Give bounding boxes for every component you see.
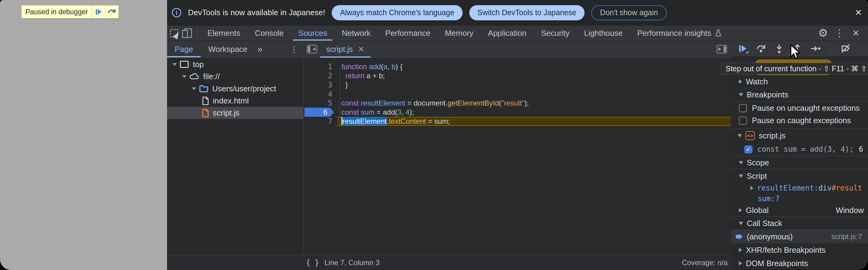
- tabbar-right-controls: ⚙ ⋮ ✕: [816, 26, 868, 41]
- tab-lighthouse[interactable]: Lighthouse: [577, 26, 630, 41]
- resume-script-execution-button[interactable]: [737, 43, 748, 54]
- tab-console[interactable]: Console: [247, 26, 291, 41]
- toolbar-separator: [830, 44, 831, 53]
- line-number-7[interactable]: 7: [304, 117, 337, 126]
- tab-label: Console: [255, 29, 283, 38]
- hide-navigator-icon[interactable]: [307, 45, 317, 53]
- breakpoint-group-label: script.js: [759, 131, 785, 141]
- chevron-down-icon: [739, 161, 743, 164]
- scope-script-group[interactable]: Script: [731, 169, 868, 183]
- more-tabs-icon[interactable]: »: [255, 41, 265, 57]
- var-name: resultElement: [757, 184, 814, 192]
- tab-label: Elements: [207, 29, 240, 38]
- tree-item-index-html[interactable]: index.html: [167, 95, 303, 107]
- tree-item-users-user-project[interactable]: Users/user/project: [167, 83, 303, 95]
- section-xhr-breakpoints[interactable]: XHR/fetch Breakpoints: [731, 243, 868, 257]
- disclosure-triangle-icon[interactable]: [182, 75, 186, 78]
- infobar-close-icon[interactable]: ✕: [855, 7, 862, 18]
- resume-script-button[interactable]: [92, 5, 105, 18]
- code-token: "result": [501, 99, 525, 107]
- debugger-sidebar: Watch Breakpoints Pause on uncaught exce…: [731, 41, 868, 270]
- more-options-kebab-icon[interactable]: ⋮: [833, 27, 846, 39]
- pretty-print-icon[interactable]: { }: [306, 259, 319, 267]
- section-dom-breakpoints[interactable]: DOM Breakpoints: [731, 257, 868, 270]
- tab-sources[interactable]: Sources: [291, 26, 334, 41]
- always-match-language-button[interactable]: Always match Chrome's language: [332, 5, 462, 20]
- info-icon: i: [172, 8, 181, 17]
- scope-var-sum: sum: 7: [731, 193, 868, 204]
- pause-uncaught-checkbox[interactable]: [739, 104, 747, 112]
- tab-performance-insights[interactable]: Performance insights: [630, 26, 730, 41]
- breakpoint-flag[interactable]: 6: [304, 108, 334, 117]
- step-icon: [810, 43, 821, 54]
- code-token: ,: [388, 62, 392, 71]
- scope-global-value: Window: [836, 206, 868, 215]
- settings-gear-icon[interactable]: ⚙: [816, 27, 830, 39]
- step-into-next-call-button[interactable]: [773, 43, 785, 54]
- line-number-2[interactable]: 2: [304, 71, 337, 80]
- editor-tab-close-icon[interactable]: ✕: [358, 44, 365, 54]
- tab-page[interactable]: Page: [167, 41, 201, 57]
- pause-caught-checkbox[interactable]: [739, 117, 747, 125]
- line-number-1[interactable]: 1: [304, 62, 337, 71]
- step-over-next-call-button[interactable]: [755, 43, 767, 54]
- editor-tab-scriptjs[interactable]: script.js ✕: [320, 41, 371, 58]
- code-token: getElementById: [447, 99, 499, 107]
- devtools-close-icon[interactable]: ✕: [849, 28, 863, 38]
- section-scope[interactable]: Scope: [731, 156, 868, 169]
- toggle-device-toolbar-button[interactable]: [181, 26, 195, 41]
- code-line-4: [304, 90, 731, 98]
- line-number-3[interactable]: 3: [304, 80, 337, 90]
- step-over-icon: [107, 8, 117, 16]
- hide-debugger-sidebar-icon[interactable]: [717, 45, 727, 53]
- step-button[interactable]: [810, 43, 821, 54]
- tab-label: Performance: [385, 29, 431, 38]
- tab-application[interactable]: Application: [480, 26, 534, 41]
- tab-label: Performance insights: [637, 29, 711, 38]
- tab-workspace[interactable]: Workspace: [201, 41, 255, 57]
- inspect-cursor-icon: [170, 29, 178, 37]
- chevron-down-icon: [739, 93, 743, 96]
- breakpoint-group-scriptjs[interactable]: <> script.js: [731, 129, 868, 143]
- breakpoint-entry[interactable]: ✓ const sum = add(3, 4); 6: [731, 143, 868, 156]
- tab-performance[interactable]: Performance: [378, 26, 438, 41]
- line-number-6[interactable]: 6: [304, 108, 337, 117]
- section-call-stack[interactable]: Call Stack: [731, 217, 868, 230]
- tab-memory[interactable]: Memory: [437, 26, 480, 41]
- file-tree: topfile://Users/user/projectindex.htmlsc…: [167, 58, 303, 119]
- scope-global-group[interactable]: Global Window: [731, 204, 868, 217]
- section-watch[interactable]: Watch: [731, 75, 868, 88]
- line-number-gutter[interactable]: 1234567: [304, 58, 337, 255]
- tree-item-file-[interactable]: file://: [167, 70, 303, 83]
- tree-item-script-js[interactable]: script.js: [167, 107, 303, 119]
- scope-global-label: Global: [746, 206, 769, 215]
- code-token: resultElement: [361, 99, 405, 107]
- tab-label: Security: [541, 29, 570, 38]
- execution-line: resultElement.textContent = sum;: [304, 117, 731, 126]
- switch-to-japanese-button[interactable]: Switch DevTools to Japanese: [469, 5, 585, 20]
- tab-security[interactable]: Security: [534, 26, 577, 41]
- main-tabs: ElementsConsoleSourcesNetworkPerformance…: [200, 26, 730, 41]
- disclosure-triangle-icon[interactable]: [192, 87, 196, 90]
- line-number-4[interactable]: 4: [304, 90, 337, 98]
- code-line-6: const sum = add(3, 4);: [304, 108, 731, 117]
- section-breakpoints[interactable]: Breakpoints: [731, 88, 868, 101]
- tab-network[interactable]: Network: [334, 26, 378, 41]
- tab-label: Application: [488, 29, 526, 38]
- disclosure-triangle-icon[interactable]: [173, 63, 177, 66]
- scope-var-resultelement[interactable]: resultElement: div#result: [731, 183, 868, 193]
- breakpoint-checkbox-checked[interactable]: ✓: [744, 145, 752, 153]
- dont-show-again-button[interactable]: Don't show again: [591, 5, 667, 20]
- navigator-kebab-icon[interactable]: ⋮: [285, 41, 303, 57]
- chevron-down-icon: [739, 222, 743, 225]
- deactivate-breakpoints-button[interactable]: [840, 43, 851, 54]
- line-number-5[interactable]: 5: [304, 98, 337, 108]
- paused-in-debugger-banner: Paused in debugger: [21, 5, 119, 19]
- tree-item-top[interactable]: top: [167, 58, 303, 70]
- code-editor[interactable]: function add(a, b) { return a + b; }cons…: [304, 58, 731, 255]
- call-stack-frame[interactable]: (anonymous) script.js:7: [731, 230, 868, 243]
- step-over-button[interactable]: [105, 5, 119, 18]
- inspect-element-button[interactable]: [167, 26, 181, 41]
- dom-breakpoints-label: DOM Breakpoints: [746, 259, 808, 268]
- tab-elements[interactable]: Elements: [200, 26, 247, 41]
